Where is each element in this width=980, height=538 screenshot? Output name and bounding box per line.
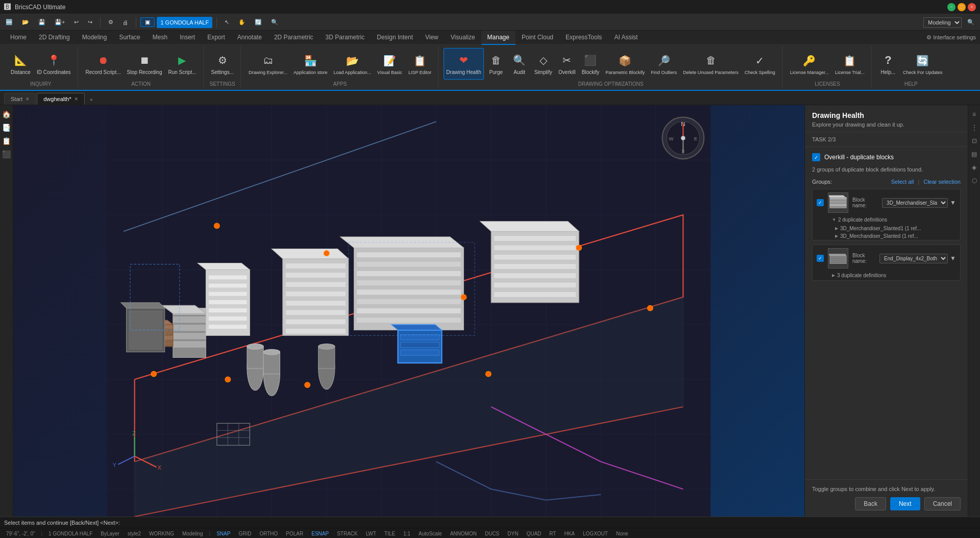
- print-btn[interactable]: 🖨: [119, 17, 132, 28]
- command-line[interactable]: Select items and continue [Back/Next] <N…: [0, 517, 980, 528]
- status-autoscale[interactable]: AutoScale: [416, 531, 444, 536]
- status-polar[interactable]: POLAR: [284, 531, 305, 536]
- task-checkbox[interactable]: ✓: [812, 153, 820, 161]
- select-all-btn[interactable]: Select all: [891, 179, 914, 185]
- tab-export[interactable]: Export: [201, 31, 231, 45]
- load-application-btn[interactable]: 📂 Load Application...: [331, 48, 374, 80]
- sidebar-layers-icon[interactable]: 📑: [2, 123, 12, 133]
- right-sidebar-icon-4[interactable]: ▤: [969, 149, 979, 159]
- tab-annotate[interactable]: Annotate: [231, 31, 268, 45]
- tab-manage[interactable]: Manage: [481, 31, 516, 45]
- close-button[interactable]: ×: [968, 3, 976, 11]
- file-indicator[interactable]: 1 GONDOLA HALF: [157, 17, 212, 28]
- status-ortho[interactable]: ORTHO: [257, 531, 280, 536]
- tab-express-tools[interactable]: ExpressTools: [559, 31, 608, 45]
- right-sidebar-icon-2[interactable]: ⋮: [969, 123, 979, 133]
- tab-surface[interactable]: Surface: [113, 31, 146, 45]
- new-btn[interactable]: 🆕: [2, 17, 16, 28]
- close-start-tab[interactable]: ×: [26, 95, 29, 103]
- block2-name-select[interactable]: End_Display_4x2_Both: [879, 254, 948, 263]
- status-scale[interactable]: 1:1: [401, 531, 412, 536]
- viewport[interactable]: N S W E X Z Y: [13, 105, 804, 517]
- id-coordinates-btn[interactable]: 📍 ID Coordinates: [34, 48, 74, 80]
- undo-btn[interactable]: ↩: [70, 17, 82, 28]
- group1-dup-count[interactable]: ▼ 2 duplicate definitions: [828, 217, 960, 223]
- tab-point-cloud[interactable]: Point Cloud: [516, 31, 559, 45]
- status-lwt[interactable]: LWT: [364, 531, 378, 536]
- add-tab-btn[interactable]: +: [86, 94, 97, 105]
- rotate-btn[interactable]: 🔄: [251, 17, 265, 28]
- tab-ai-assist[interactable]: AI Assist: [608, 31, 644, 45]
- maximize-button[interactable]: □: [958, 3, 966, 11]
- save-btn[interactable]: 💾: [35, 17, 49, 28]
- status-snap[interactable]: SNAP: [214, 531, 232, 536]
- overkill-btn[interactable]: ✂ Overkill: [556, 48, 578, 80]
- status-dyn[interactable]: DYN: [505, 531, 520, 536]
- status-esnap[interactable]: ESNAP: [309, 531, 331, 536]
- model-icon[interactable]: ▣: [140, 17, 155, 27]
- application-store-btn[interactable]: 🏪 Application store: [291, 48, 330, 80]
- lisp-editor-btn[interactable]: 📋 LISP Editor: [406, 48, 434, 80]
- group2-dup-count[interactable]: ▶ 3 duplicate definitions: [828, 273, 960, 278]
- tab-view[interactable]: View: [419, 31, 445, 45]
- status-quad[interactable]: QUAD: [524, 531, 543, 536]
- cancel-button[interactable]: Cancel: [924, 497, 961, 510]
- tab-3d-parametric[interactable]: 3D Parametric: [320, 31, 371, 45]
- back-button[interactable]: Back: [855, 497, 886, 510]
- stop-recording-btn[interactable]: ⏹ Stop Recording: [125, 48, 165, 80]
- settings-ribbon-btn[interactable]: ⚙ Settings...: [209, 48, 236, 80]
- tab-modeling[interactable]: Modeling: [76, 31, 113, 45]
- tab-visualize[interactable]: Visualize: [445, 31, 481, 45]
- group1-item-2[interactable]: ▶ 3D_Merchandiser_Slanted (1 ref...: [813, 232, 960, 240]
- status-annomon[interactable]: ANNOMON: [448, 531, 479, 536]
- status-logxout[interactable]: LOGXOUT: [581, 531, 610, 536]
- block1-name-select[interactable]: 3D_Merchandiser_Sla: [882, 198, 948, 208]
- license-trial-btn[interactable]: 📋 License Trial...: [832, 48, 867, 80]
- open-btn[interactable]: 📂: [18, 17, 33, 28]
- settings-btn[interactable]: ⚙: [105, 17, 117, 28]
- next-button[interactable]: Next: [890, 497, 920, 510]
- visual-basic-btn[interactable]: 📝 Visual Basic: [375, 48, 405, 80]
- tab-mesh[interactable]: Mesh: [146, 31, 174, 45]
- help-btn[interactable]: ? Help...: [877, 48, 899, 80]
- search-btn[interactable]: 🔍: [964, 17, 978, 28]
- purge-btn[interactable]: 🗑 Purge: [485, 48, 507, 80]
- clear-selection-btn[interactable]: Clear selection: [923, 179, 961, 185]
- status-ducs[interactable]: DUCS: [483, 531, 501, 536]
- minimize-button[interactable]: −: [947, 3, 955, 11]
- status-rt[interactable]: RT: [547, 531, 558, 536]
- saveas-btn[interactable]: 💾+: [51, 17, 68, 28]
- tab-design-intent[interactable]: Design Intent: [371, 31, 419, 45]
- status-strack[interactable]: STRACK: [335, 531, 360, 536]
- sidebar-blocks-icon[interactable]: ⬛: [2, 149, 12, 159]
- parametric-blockify-btn[interactable]: 📦 Parametric Blockify: [603, 48, 647, 80]
- tab-2d-parametric[interactable]: 2D Parametric: [268, 31, 320, 45]
- record-script-btn[interactable]: ⏺ Record Script...: [83, 48, 124, 80]
- close-dwghealth-tab[interactable]: ×: [75, 95, 78, 103]
- tab-2d-drafting[interactable]: 2D Drafting: [33, 31, 76, 45]
- blockify-btn[interactable]: ⬛ Blockify: [579, 48, 602, 80]
- group2-expand-icon[interactable]: ▼: [950, 255, 956, 262]
- status-hka[interactable]: HKA: [562, 531, 577, 536]
- drawing-explorer-btn[interactable]: 🗂 Drawing Explorer...: [246, 48, 290, 80]
- check-updates-btn[interactable]: 🔄 Check For Updates: [900, 48, 945, 80]
- license-manager-btn[interactable]: 🔑 License Manager...: [788, 48, 831, 80]
- sidebar-properties-icon[interactable]: 📋: [2, 136, 12, 146]
- right-sidebar-icon-6[interactable]: ⬡: [969, 176, 979, 186]
- right-sidebar-icon-5[interactable]: ◈: [969, 162, 979, 173]
- redo-btn[interactable]: ↪: [84, 17, 96, 28]
- tab-insert[interactable]: Insert: [174, 31, 201, 45]
- group1-checkbox[interactable]: ✓: [817, 199, 824, 206]
- status-tile[interactable]: TILE: [382, 531, 397, 536]
- sidebar-home-icon[interactable]: 🏠: [2, 109, 12, 119]
- find-outliers-btn[interactable]: 🔎 Find Outliers: [648, 48, 679, 80]
- distance-btn[interactable]: 📐 Distance: [8, 48, 33, 80]
- right-sidebar-icon-1[interactable]: ≡: [969, 109, 979, 119]
- drawing-health-btn[interactable]: ❤ Drawing Health: [444, 48, 483, 80]
- simplify-btn[interactable]: ◇ Simplify: [532, 48, 555, 80]
- interface-settings-btn[interactable]: ⚙ Interface settings: [922, 31, 980, 44]
- group1-item-1[interactable]: ▶ 3D_Merchandiser_Slanted1 (1 ref...: [813, 225, 960, 232]
- right-sidebar-icon-3[interactable]: ⊡: [969, 136, 979, 146]
- tab-home[interactable]: Home: [4, 31, 33, 45]
- group2-checkbox[interactable]: ✓: [817, 255, 824, 262]
